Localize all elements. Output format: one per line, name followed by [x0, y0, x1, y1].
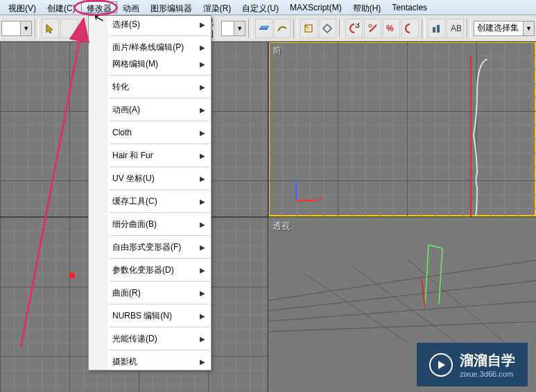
submenu-arrow-icon: ▶ — [200, 266, 205, 274]
curve-editor-button[interactable] — [274, 19, 291, 38]
align-button[interactable] — [428, 19, 445, 38]
submenu-arrow-icon: ▶ — [200, 335, 205, 343]
svg-rect-0 — [259, 28, 268, 30]
modifiers-dropdown-menu: 选择(S)▶ 面片/样条线编辑(P)▶ 网格编辑(M)▶ 转化▶ 动画(A)▶ … — [88, 15, 211, 370]
menu-graph-editors[interactable]: 图形编辑器 — [145, 1, 198, 13]
schematic-button[interactable] — [300, 19, 318, 38]
material-button[interactable] — [319, 19, 336, 38]
viewport-front[interactable]: 前 z x — [268, 42, 536, 216]
menu-help[interactable]: 帮助(H) — [347, 1, 387, 13]
submenu-arrow-icon: ▶ — [200, 21, 205, 28]
submenu-arrow-icon: ▶ — [200, 129, 205, 137]
svg-text:3: 3 — [355, 23, 360, 30]
menu-item-cloth[interactable]: Cloth▶ — [89, 124, 211, 141]
menu-customize[interactable]: 自定义(U) — [236, 1, 284, 13]
submenu-arrow-icon: ▶ — [200, 152, 205, 160]
watermark-badge: 溜溜自学 zixue.3d66.com — [417, 343, 528, 386]
menu-tentacles[interactable]: Tentacles — [386, 1, 433, 13]
svg-text:%: % — [386, 24, 394, 33]
view-dropdown[interactable]: ▼ — [221, 21, 245, 36]
menu-rendering[interactable]: 渲染(R) — [198, 1, 237, 13]
snap-percent2-button[interactable]: % — [383, 19, 400, 38]
submenu-arrow-icon: ▶ — [200, 244, 205, 251]
menu-item-convert[interactable]: 转化▶ — [89, 78, 211, 95]
submenu-arrow-icon: ▶ — [200, 83, 205, 91]
select-arrow-button[interactable] — [42, 19, 59, 38]
play-icon — [429, 353, 453, 377]
snap-percent-button[interactable] — [364, 19, 381, 38]
selection-set-label: 创建选择集 — [474, 22, 523, 34]
menu-item-nurbs[interactable]: NURBS 编辑(N)▶ — [89, 307, 211, 324]
menu-item-radiosity[interactable]: 光能传递(D)▶ — [89, 330, 211, 347]
menu-item-surface[interactable]: 曲面(R)▶ — [89, 284, 211, 301]
svg-line-12 — [268, 280, 536, 311]
menu-item-cache-tools[interactable]: 缓存工具(C)▶ — [89, 193, 211, 210]
submenu-arrow-icon: ▶ — [200, 221, 205, 228]
viewport-container: 前 z x 透视 — [0, 42, 536, 392]
svg-line-18 — [422, 280, 425, 307]
svg-line-15 — [303, 273, 407, 342]
viewport-label-front: 前 — [273, 44, 282, 57]
menu-item-animation[interactable]: 动画(A)▶ — [89, 101, 211, 118]
submenu-arrow-icon: ▶ — [200, 312, 205, 320]
menu-item-mesh-edit[interactable]: 网格编辑(M)▶ — [89, 56, 211, 72]
toolbar-button-2[interactable] — [60, 19, 78, 38]
selection-set-dropdown[interactable]: 创建选择集▼ — [474, 21, 535, 36]
submenu-arrow-icon: ▶ — [200, 175, 205, 182]
red-line-front — [469, 56, 472, 216]
menu-item-param-deform[interactable]: 参数化变形器(D)▶ — [89, 262, 211, 278]
menu-item-patch-spline[interactable]: 面片/样条线编辑(P)▶ — [89, 39, 211, 56]
submenu-arrow-icon: ▶ — [200, 358, 205, 366]
menu-view[interactable]: 视图(V) — [3, 1, 42, 13]
axis-gizmo-front: z x — [289, 180, 324, 210]
svg-line-14 — [268, 321, 536, 332]
spline-shape-persp — [411, 238, 453, 314]
menu-modifiers[interactable]: 修改器 — [81, 1, 117, 13]
chevron-down-icon: ▼ — [523, 22, 534, 35]
submenu-arrow-icon: ▶ — [200, 60, 205, 68]
spline-shape-front — [467, 59, 508, 216]
menu-maxscript[interactable]: MAXScript(M) — [284, 1, 347, 13]
snap-spinner-button[interactable] — [401, 19, 419, 38]
menu-item-subdiv[interactable]: 细分曲面(B)▶ — [89, 216, 211, 232]
snap-angle-button[interactable]: 3 — [345, 19, 363, 38]
menu-item-selection[interactable]: 选择(S)▶ — [89, 16, 211, 33]
layers-button[interactable] — [255, 19, 273, 38]
menu-item-camera[interactable]: 摄影机▶ — [89, 353, 211, 370]
svg-line-11 — [268, 259, 536, 300]
menu-item-hair-fur[interactable]: Hair 和 Fur▶ — [89, 147, 211, 164]
svg-rect-5 — [433, 27, 435, 33]
abc-button[interactable]: ABC — [447, 19, 464, 38]
red-vertex-marker — [69, 273, 75, 278]
svg-point-3 — [369, 24, 372, 27]
submenu-arrow-icon: ▶ — [200, 44, 205, 51]
svg-line-13 — [268, 300, 536, 321]
main-menubar: 视图(V) 创建(C) 修改器 动画 图形编辑器 渲染(R) 自定义(U) MA… — [0, 0, 536, 15]
svg-rect-6 — [437, 25, 440, 33]
main-toolbar: ▼ 视图 ▼ 3 % ABC 创建选择集▼ — [0, 15, 536, 42]
svg-text:ABC: ABC — [451, 24, 461, 33]
chevron-down-icon: ▼ — [234, 22, 245, 35]
watermark-title: 溜溜自学 — [460, 351, 515, 370]
submenu-arrow-icon: ▶ — [200, 106, 205, 114]
menu-animation[interactable]: 动画 — [117, 1, 145, 13]
menu-item-ffd[interactable]: 自由形式变形器(F)▶ — [89, 239, 211, 255]
toolbar-dropdown-1[interactable]: ▼ — [1, 21, 32, 36]
menu-item-uv-coords[interactable]: UV 坐标(U)▶ — [89, 170, 211, 187]
svg-rect-1 — [261, 26, 269, 28]
submenu-arrow-icon: ▶ — [200, 289, 205, 297]
menu-create[interactable]: 创建(C) — [42, 1, 81, 13]
chevron-down-icon: ▼ — [20, 22, 31, 35]
submenu-arrow-icon: ▶ — [200, 198, 205, 205]
viewport-label-perspective: 透视 — [273, 220, 291, 232]
watermark-url: zixue.3d66.com — [460, 370, 515, 378]
